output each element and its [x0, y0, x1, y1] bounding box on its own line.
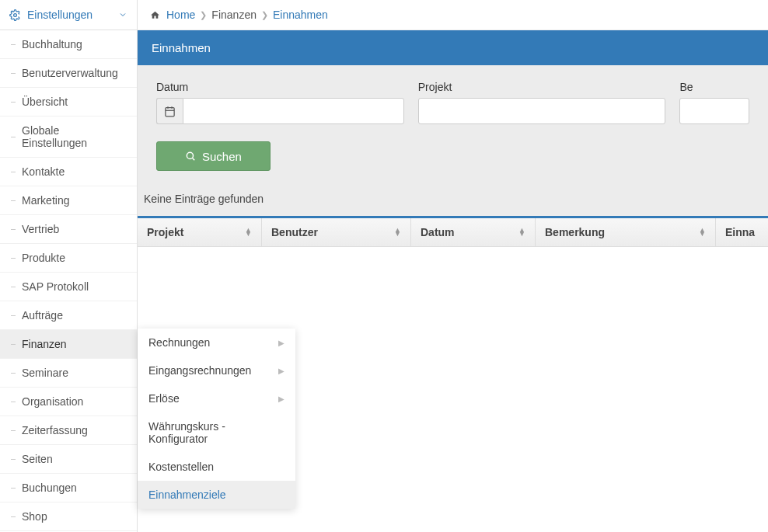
- sidebar-item-label: Seminare: [22, 367, 68, 379]
- chevron-right-icon: ❯: [200, 10, 207, 20]
- submenu-item-kostenstellen[interactable]: Kostenstellen: [138, 453, 295, 481]
- sidebar-item-seiten[interactable]: Seiten: [0, 445, 137, 474]
- submenu-item-w-hrungskurs-konfigurator[interactable]: Währungskurs - Konfigurator: [138, 412, 295, 453]
- sidebar-item-marketing[interactable]: Marketing: [0, 186, 137, 215]
- chevron-right-icon: ▶: [278, 395, 285, 403]
- sidebar-item-vertrieb[interactable]: Vertrieb: [0, 215, 137, 244]
- svg-line-6: [193, 158, 195, 161]
- no-entries-message: Keine Einträge gefunden: [138, 183, 768, 216]
- sidebar: Einstellungen BuchhaltungBenutzerverwalt…: [0, 0, 138, 532]
- sidebar-item-label: Buchhaltung: [22, 38, 82, 50]
- sidebar-item-label: Organisation: [22, 395, 83, 408]
- sidebar-item-label: Marketing: [22, 194, 69, 207]
- filter-group-bemerkung: Be: [679, 81, 749, 124]
- chevron-down-icon: [118, 10, 127, 19]
- chevron-right-icon: ▶: [278, 339, 285, 347]
- submenu-item-erl-se[interactable]: Erlöse▶: [138, 384, 295, 412]
- filter-label-bemerkung: Be: [679, 81, 749, 93]
- submenu-item-label: Eingangsrechnungen: [148, 364, 251, 377]
- sidebar-item-organisation[interactable]: Organisation: [0, 388, 137, 416]
- bemerkung-input[interactable]: [679, 98, 749, 124]
- submenu-item-rechnungen[interactable]: Rechnungen▶: [138, 329, 295, 356]
- projekt-input[interactable]: [418, 98, 666, 124]
- filter-group-datum: Datum: [156, 81, 404, 124]
- svg-point-5: [187, 152, 193, 158]
- filter-area: Datum Projekt Be: [138, 65, 768, 183]
- submenu-item-einnahmenziele[interactable]: Einnahmenziele: [138, 481, 295, 509]
- search-button[interactable]: Suchen: [156, 141, 271, 171]
- sidebar-item-finanzen[interactable]: Finanzen: [0, 330, 137, 359]
- filter-group-projekt: Projekt: [418, 81, 666, 124]
- sidebar-item-produkte[interactable]: Produkte: [0, 244, 137, 273]
- svg-rect-1: [166, 107, 174, 116]
- sidebar-item-zeiterfassung[interactable]: Zeiterfassung: [0, 416, 137, 445]
- sidebar-item-label: Buchungen: [22, 482, 77, 494]
- breadcrumb: Home ❯ Finanzen ❯ Einnahmen: [138, 0, 768, 30]
- sidebar-item-label: Produkte: [22, 252, 65, 264]
- home-icon: [150, 10, 160, 20]
- submenu-item-label: Kostenstellen: [148, 461, 214, 473]
- panel-einnahmen: Einnahmen Datum Projekt: [138, 30, 768, 247]
- table-header-row: Projekt ▲▼ Benutzer ▲▼ Datum ▲▼ Bemerkun…: [138, 218, 768, 247]
- sidebar-item-aufträge[interactable]: Aufträge: [0, 301, 137, 330]
- svg-point-0: [14, 13, 17, 16]
- search-icon: [185, 151, 196, 162]
- panel-title: Einnahmen: [138, 30, 768, 65]
- sidebar-item-label: Shop: [22, 510, 47, 523]
- sidebar-item-buchungen[interactable]: Buchungen: [0, 474, 137, 502]
- sort-icon: ▲▼: [699, 228, 706, 236]
- sidebar-item-shop[interactable]: Shop: [0, 502, 137, 531]
- column-header-datum[interactable]: Datum ▲▼: [411, 218, 536, 246]
- sidebar-item-label: Finanzen: [22, 338, 67, 350]
- sidebar-items: BuchhaltungBenutzerverwaltungÜbersichtGl…: [0, 30, 137, 531]
- submenu-item-label: Rechnungen: [148, 336, 210, 349]
- column-header-einnahme[interactable]: Einna: [716, 218, 768, 246]
- submenu-finanzen: Rechnungen▶Eingangsrechnungen▶Erlöse▶Wäh…: [138, 329, 295, 509]
- chevron-right-icon: ▶: [278, 367, 285, 375]
- sidebar-item-label: Vertrieb: [22, 223, 59, 235]
- sidebar-item-label: Übersicht: [22, 96, 68, 108]
- filter-label-projekt: Projekt: [418, 81, 666, 93]
- sidebar-item-label: Zeiterfassung: [22, 424, 88, 436]
- sidebar-item-label: Benutzerverwaltung: [22, 67, 118, 79]
- sidebar-item-label: SAP Protokoll: [22, 280, 89, 293]
- sidebar-item-sap-protokoll[interactable]: SAP Protokoll: [0, 273, 137, 301]
- gear-icon: [9, 9, 21, 21]
- sort-icon: ▲▼: [394, 228, 401, 236]
- sidebar-header-label: Einstellungen: [27, 9, 118, 21]
- sidebar-item-label: Kontakte: [22, 165, 65, 178]
- datum-input[interactable]: [183, 98, 404, 124]
- column-header-bemerkung[interactable]: Bemerkung ▲▼: [536, 218, 716, 246]
- sort-icon: ▲▼: [245, 228, 252, 236]
- results-table: Projekt ▲▼ Benutzer ▲▼ Datum ▲▼ Bemerkun…: [138, 216, 768, 247]
- submenu-item-label: Währungskurs - Konfigurator: [148, 420, 285, 445]
- sidebar-item-label: Seiten: [22, 453, 53, 465]
- sidebar-item-kontakte[interactable]: Kontakte: [0, 158, 137, 186]
- sidebar-item-benutzerverwaltung[interactable]: Benutzerverwaltung: [0, 59, 137, 88]
- column-header-projekt[interactable]: Projekt ▲▼: [138, 218, 262, 246]
- sidebar-item-label: Aufträge: [22, 309, 63, 322]
- filter-label-datum: Datum: [156, 81, 404, 93]
- chevron-right-icon: ❯: [261, 10, 268, 20]
- submenu-item-label: Erlöse: [148, 392, 180, 405]
- submenu-item-eingangsrechnungen[interactable]: Eingangsrechnungen▶: [138, 356, 295, 384]
- submenu-item-label: Einnahmenziele: [148, 489, 226, 501]
- breadcrumb-finanzen: Finanzen: [211, 9, 257, 21]
- sort-icon: ▲▼: [518, 228, 525, 236]
- sidebar-item-übersicht[interactable]: Übersicht: [0, 88, 137, 116]
- breadcrumb-einnahmen[interactable]: Einnahmen: [273, 9, 328, 21]
- sidebar-item-globale-einstellungen[interactable]: Globale Einstellungen: [0, 116, 137, 158]
- sidebar-item-seminare[interactable]: Seminare: [0, 359, 137, 388]
- sidebar-item-label: Globale Einstellungen: [22, 124, 127, 149]
- sidebar-item-buchhaltung[interactable]: Buchhaltung: [0, 30, 137, 59]
- calendar-icon[interactable]: [156, 98, 183, 124]
- column-header-benutzer[interactable]: Benutzer ▲▼: [262, 218, 411, 246]
- sidebar-header-einstellungen[interactable]: Einstellungen: [0, 0, 137, 30]
- search-button-label: Suchen: [202, 150, 242, 163]
- breadcrumb-home[interactable]: Home: [166, 9, 195, 21]
